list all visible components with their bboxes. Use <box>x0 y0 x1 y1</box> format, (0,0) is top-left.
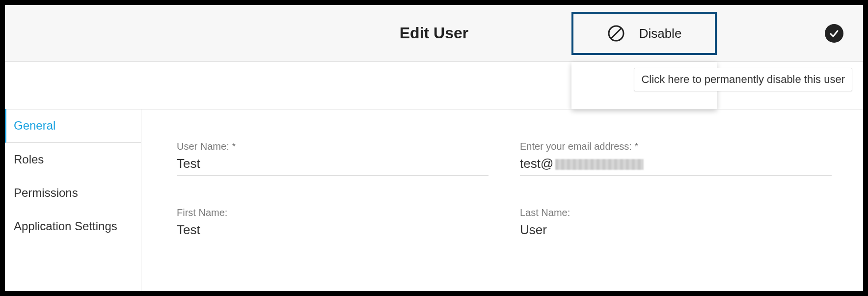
lastname-label: Last Name: <box>520 207 832 218</box>
tab-application-settings[interactable]: Application Settings <box>5 210 141 243</box>
firstname-input[interactable] <box>177 221 488 242</box>
page-title: Edit User <box>400 24 468 42</box>
prohibit-icon <box>607 24 625 43</box>
username-field: User Name: * <box>177 109 488 176</box>
firstname-field: First Name: <box>177 176 488 242</box>
content-area: General Roles Permissions Application Se… <box>5 109 863 291</box>
firstname-label: First Name: <box>177 207 488 218</box>
svg-line-1 <box>611 28 621 38</box>
disable-tooltip: Click here to permanently disable this u… <box>634 68 852 91</box>
tab-general[interactable]: General <box>5 109 141 143</box>
app-window: Edit User Disable Click here to permanen… <box>0 0 868 296</box>
email-prefix: test@ <box>520 156 553 171</box>
lastname-input[interactable] <box>520 221 832 242</box>
email-input[interactable]: test@ <box>520 155 832 176</box>
confirm-button[interactable] <box>825 24 843 43</box>
username-label: User Name: * <box>177 141 488 152</box>
check-icon <box>829 28 840 39</box>
settings-sidebar: General Roles Permissions Application Se… <box>5 109 141 291</box>
tab-permissions[interactable]: Permissions <box>5 176 141 210</box>
header-bar: Edit User Disable <box>5 5 863 62</box>
tab-roles[interactable]: Roles <box>5 143 141 176</box>
disable-button[interactable]: Disable <box>571 12 717 55</box>
email-field: Enter your email address: * test@ <box>520 109 832 176</box>
lastname-field: Last Name: <box>520 176 832 242</box>
username-input[interactable] <box>177 155 488 176</box>
email-label: Enter your email address: * <box>520 141 832 152</box>
form-area: User Name: * Enter your email address: *… <box>141 109 863 291</box>
disable-label: Disable <box>639 26 682 41</box>
redacted-text <box>555 159 644 170</box>
